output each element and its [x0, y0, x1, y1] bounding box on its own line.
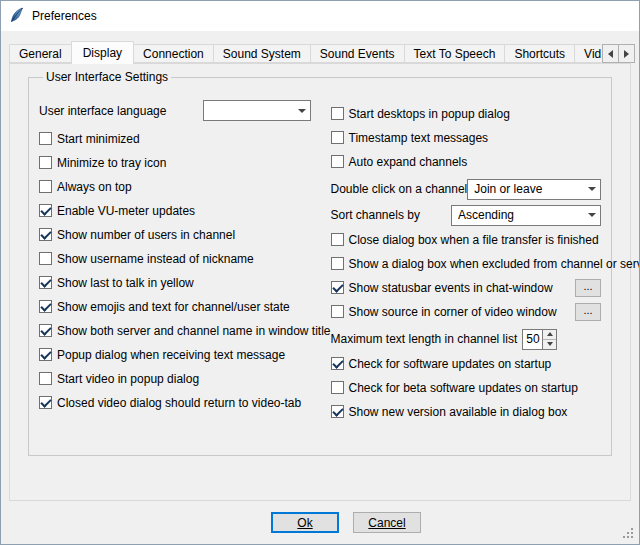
checkbox-row-show-last-to-talk-in-yellow[interactable]: Show last to talk in yellow: [39, 275, 331, 290]
checkbox-row-show-emojis-and-text-for-channel-user-state[interactable]: Show emojis and text for channel/user st…: [39, 299, 331, 314]
tab-connection[interactable]: Connection: [133, 44, 214, 63]
checkbox-row-check-for-software-updates-on-startup[interactable]: Check for software updates on startup: [331, 356, 602, 371]
checkbox-row-show-statusbar-events-in-chat-window[interactable]: Show statusbar events in chat-window ...: [331, 280, 602, 295]
checkbox[interactable]: [331, 107, 344, 120]
checkbox-row-check-for-beta-software-updates-on-startup[interactable]: Check for beta software updates on start…: [331, 380, 602, 395]
tab-text-to-speech[interactable]: Text To Speech: [404, 44, 506, 63]
tab-panel: User Interface Settings User interface l…: [9, 63, 631, 501]
sort-channels-row: Sort channels by Ascending: [331, 204, 602, 226]
tab-sound-system[interactable]: Sound System: [213, 44, 311, 63]
tab-strip: General Display Connection Sound System …: [9, 41, 601, 64]
checkbox[interactable]: [39, 252, 52, 265]
tab-shortcuts[interactable]: Shortcuts: [504, 44, 575, 63]
checkbox[interactable]: [331, 257, 344, 270]
max-text-length-row: Maximum text length in channel list 50: [331, 328, 602, 350]
arrow-left-icon: [608, 50, 613, 58]
checkbox-row-show-username-instead-of-nickname[interactable]: Show username instead of nickname: [39, 251, 331, 266]
language-combo[interactable]: [203, 100, 311, 121]
checkbox-row-start-video-in-popup-dialog[interactable]: Start video in popup dialog: [39, 371, 331, 386]
cancel-button[interactable]: Cancel: [353, 512, 421, 533]
checkbox[interactable]: [39, 372, 52, 385]
checkbox[interactable]: [39, 324, 52, 337]
tab-display[interactable]: Display: [71, 41, 134, 64]
checkbox-row-closed-video-dialog-should-return-to-video-tab[interactable]: Closed video dialog should return to vid…: [39, 395, 331, 410]
checkbox[interactable]: [39, 396, 52, 409]
tab-scroll-control: [603, 44, 635, 63]
checkbox[interactable]: [331, 281, 344, 294]
tab-general[interactable]: General: [9, 44, 72, 63]
checkbox-row-close-dialog-box-when-a-file-transfer-is-finished[interactable]: Close dialog box when a file transfer is…: [331, 232, 602, 247]
left-checkbox-list: Start minimized Minimize to tray icon Al…: [39, 131, 331, 410]
titlebar[interactable]: Preferences: [1, 1, 639, 31]
group-title: User Interface Settings: [43, 70, 171, 84]
double-click-combo[interactable]: Join or leave: [467, 179, 601, 200]
checkbox[interactable]: [331, 155, 344, 168]
checkbox-row-start-desktops-in-popup-dialog[interactable]: Start desktops in popup dialog: [331, 106, 602, 121]
checkbox-label: Closed video dialog should return to vid…: [57, 396, 301, 410]
checkbox-label: Check for beta software updates on start…: [349, 381, 578, 395]
checkbox-row-timestamp-text-messages[interactable]: Timestamp text messages: [331, 130, 602, 145]
checkbox-label: Show a dialog box when excluded from cha…: [349, 257, 640, 271]
checkbox-row-popup-dialog-when-receiving-text-message[interactable]: Popup dialog when receiving text message: [39, 347, 331, 362]
user-interface-settings-group: User Interface Settings User interface l…: [28, 70, 612, 456]
checkbox[interactable]: [331, 233, 344, 246]
checkbox-row-minimize-to-tray-icon[interactable]: Minimize to tray icon: [39, 155, 331, 170]
spinner-buttons: [543, 329, 557, 350]
spin-down-button[interactable]: [543, 340, 556, 349]
checkbox-label: Auto expand channels: [349, 155, 468, 169]
checkbox-label: Close dialog box when a file transfer is…: [349, 233, 599, 247]
right-bottom-checkbox-list: Check for software updates on startup Ch…: [331, 356, 602, 419]
checkbox[interactable]: [331, 305, 344, 318]
checkbox[interactable]: [331, 131, 344, 144]
right-top-checkbox-list: Start desktops in popup dialog Timestamp…: [331, 106, 602, 169]
checkbox-row-start-minimized[interactable]: Start minimized: [39, 131, 331, 146]
chevron-down-icon: [584, 213, 600, 217]
checkbox-row-auto-expand-channels[interactable]: Auto expand channels: [331, 154, 602, 169]
checkbox[interactable]: [39, 228, 52, 241]
checkbox[interactable]: [39, 348, 52, 361]
max-text-length-input[interactable]: 50: [522, 329, 543, 350]
checkbox[interactable]: [39, 204, 52, 217]
checkbox[interactable]: [331, 357, 344, 370]
tab-sound-events[interactable]: Sound Events: [310, 44, 405, 63]
tab-label: Shortcuts: [514, 47, 565, 61]
tab-label: General: [19, 47, 62, 61]
checkbox[interactable]: [39, 300, 52, 313]
right-column: Start desktops in popup dialog Timestamp…: [331, 106, 602, 428]
max-text-length-spinbox[interactable]: 50: [522, 329, 557, 350]
tab-label: Sound Events: [320, 47, 395, 61]
left-column: User interface language Start minimized …: [39, 100, 331, 428]
checkbox-row-always-on-top[interactable]: Always on top: [39, 179, 331, 194]
tab-scroll-left-button[interactable]: [602, 44, 619, 63]
tab-label: Video: [584, 47, 601, 61]
tab-label: Text To Speech: [414, 47, 496, 61]
arrow-down-icon: [547, 342, 553, 346]
checkbox[interactable]: [39, 180, 52, 193]
checkbox-row-enable-vu-meter-updates[interactable]: Enable VU-meter updates: [39, 203, 331, 218]
tab-video[interactable]: Video: [574, 44, 601, 63]
checkbox[interactable]: [331, 405, 344, 418]
checkbox-label: Always on top: [57, 180, 132, 194]
checkbox[interactable]: [39, 132, 52, 145]
checkbox-row-show-source-in-corner-of-video-window[interactable]: Show source in corner of video window ..…: [331, 304, 602, 319]
checkbox[interactable]: [331, 381, 344, 394]
checkbox-label: Enable VU-meter updates: [57, 204, 195, 218]
checkbox-row-show-both-server-and-channel-name-in-window-title[interactable]: Show both server and channel name in win…: [39, 323, 331, 338]
spin-up-button[interactable]: [543, 330, 556, 340]
resize-grip[interactable]: [622, 527, 635, 540]
ok-button[interactable]: Ok: [271, 512, 339, 533]
more-button[interactable]: ...: [575, 303, 601, 321]
checkbox-label: Check for software updates on startup: [349, 357, 552, 371]
checkbox-label: Show emojis and text for channel/user st…: [57, 300, 290, 314]
checkbox[interactable]: [39, 276, 52, 289]
checkbox-row-show-number-of-users-in-channel[interactable]: Show number of users in channel: [39, 227, 331, 242]
checkbox-row-show-a-dialog-box-when-excluded-from-channel-or-server[interactable]: Show a dialog box when excluded from cha…: [331, 256, 602, 271]
checkbox[interactable]: [39, 156, 52, 169]
more-button[interactable]: ...: [575, 279, 601, 297]
checkbox-label: Start minimized: [57, 132, 140, 146]
checkbox-row-show-new-version-available-in-dialog-box[interactable]: Show new version available in dialog box: [331, 404, 602, 419]
sort-channels-combo[interactable]: Ascending: [451, 205, 601, 226]
chevron-down-icon: [294, 109, 310, 113]
checkbox-label: Show number of users in channel: [57, 228, 235, 242]
tab-scroll-right-button[interactable]: [618, 44, 635, 63]
